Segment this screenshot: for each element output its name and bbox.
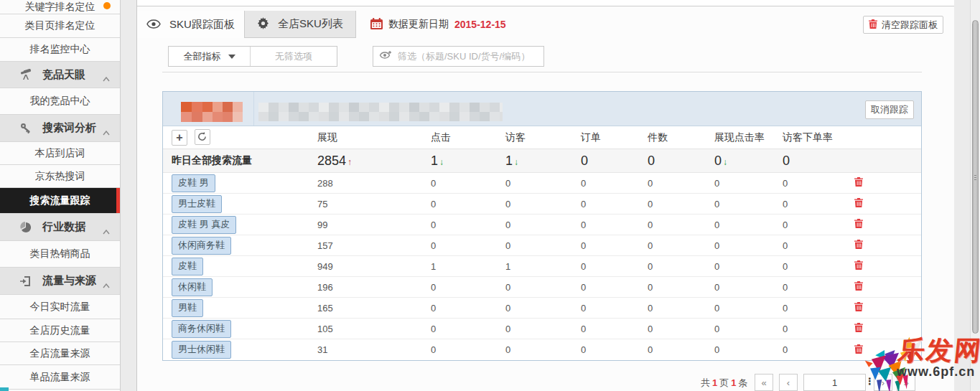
sidebar-item-category-rank[interactable]: 类目页排名定位	[0, 14, 120, 38]
sidebar-section-label: 搜索词分析	[42, 121, 96, 135]
sidebar-item-rank-monitor[interactable]: 排名监控中心	[0, 38, 120, 62]
tab-store-sku-list[interactable]: 全店SKU列表	[245, 11, 356, 38]
delete-keyword-icon[interactable]	[854, 177, 863, 187]
chevron-up-icon	[103, 225, 110, 237]
cell-clicks: 0	[431, 199, 505, 209]
last-page-button[interactable]: »	[897, 374, 915, 391]
sidebar-item-jd-hot-words[interactable]: 京东热搜词	[0, 165, 120, 188]
cell-ctr: 0	[714, 344, 783, 355]
keyword-tag[interactable]: 皮鞋 男	[172, 174, 215, 192]
summary-orders: 0	[581, 154, 588, 168]
sidebar-item-category-hot-products[interactable]: 类目热销商品	[0, 241, 120, 268]
sidebar-item-today-realtime-traffic[interactable]: 今日实时流量	[0, 295, 120, 319]
sidebar-section-search-words[interactable]: 搜索词分析	[0, 115, 120, 142]
cell-units: 0	[648, 178, 714, 189]
sidebar-item-my-competitors[interactable]: 我的竞品中心	[0, 88, 120, 115]
keyword-tag[interactable]: 皮鞋 男 真皮	[172, 216, 236, 234]
sku-filter-input[interactable]	[398, 51, 538, 62]
delete-keyword-icon[interactable]	[854, 219, 863, 228]
cell-clicks: 0	[431, 282, 505, 293]
sidebar-section-industry-data[interactable]: 行业数据	[0, 214, 120, 241]
cell-impressions: 99	[317, 220, 431, 230]
cell-units: 0	[648, 199, 714, 209]
sidebar-section-label: 竞品天眼	[42, 68, 85, 82]
caret-down-icon	[228, 55, 235, 59]
data-update-info: 数据更新日期 2015-12-15	[356, 11, 506, 38]
delete-keyword-icon[interactable]	[854, 260, 863, 270]
delete-keyword-icon[interactable]	[854, 302, 863, 311]
keyword-row: 男士休闲鞋 31 0 0 0 0 0 0	[163, 339, 921, 360]
summary-row: 昨日全部搜索流量 2854↑ 1↓ 1↓ 0 0 0↓ 0	[163, 149, 921, 173]
cell-ctr: 0	[714, 282, 783, 293]
page-number-input[interactable]	[803, 374, 866, 391]
sidebar-section-competitor[interactable]: 竞品天眼	[0, 62, 120, 88]
tab-sku-tracking-panel[interactable]: SKU跟踪面板	[137, 11, 245, 38]
scrollbar-thumb[interactable]	[972, 20, 979, 334]
column-header-visitors[interactable]: 访客	[505, 131, 581, 144]
keyword-tag[interactable]: 男鞋	[172, 299, 203, 317]
keyword-tag[interactable]: 男士休闲鞋	[172, 341, 231, 359]
first-page-button[interactable]: «	[755, 374, 773, 391]
next-page-button[interactable]: ›	[874, 374, 892, 391]
refresh-keywords-button[interactable]	[195, 129, 210, 145]
column-header-units[interactable]: 件数	[648, 131, 714, 144]
delete-keyword-icon[interactable]	[854, 198, 863, 207]
keyword-row: 男士皮鞋 75 0 0 0 0 0 0	[163, 194, 921, 215]
sidebar-item-store-history-traffic[interactable]: 全店历史流量	[0, 319, 120, 342]
prev-page-button[interactable]: ‹	[779, 374, 798, 391]
keyword-tag[interactable]: 商务休闲鞋	[172, 320, 231, 338]
cell-clicks: 0	[431, 178, 505, 189]
delete-keyword-icon[interactable]	[854, 281, 863, 291]
cell-impressions: 31	[317, 344, 431, 355]
filter-row: 全部指标 无筛选项	[168, 46, 544, 67]
delete-keyword-icon[interactable]	[854, 344, 863, 354]
sidebar-section-traffic-sources[interactable]: 流量与来源	[0, 268, 120, 295]
cell-visitors: 0	[505, 220, 581, 230]
delete-keyword-icon[interactable]	[854, 323, 863, 332]
cell-conversion: 0	[783, 324, 854, 334]
summary-units: 0	[648, 154, 655, 168]
delete-keyword-icon[interactable]	[854, 240, 863, 249]
key-icon	[19, 122, 33, 135]
keyword-row: 皮鞋 949 1 1 0 0 0 0	[163, 256, 921, 277]
no-filter-option[interactable]: 无筛选项	[251, 47, 337, 66]
cell-conversion: 0	[783, 344, 854, 355]
sidebar-item-store-words[interactable]: 本店到店词	[0, 142, 120, 165]
cell-orders: 0	[581, 324, 648, 334]
column-header-impressions[interactable]: 展现	[317, 131, 431, 144]
pagination-page-count: 1	[711, 377, 719, 388]
keyword-tag[interactable]: 休闲鞋	[172, 278, 213, 296]
tab-label: 全店SKU列表	[278, 17, 343, 31]
cell-visitors: 0	[505, 240, 581, 251]
sidebar-item-store-traffic-source[interactable]: 全店流量来源	[0, 342, 120, 365]
keyword-tag[interactable]: 休闲商务鞋	[172, 237, 231, 255]
metric-dropdown[interactable]: 全部指标	[169, 47, 251, 66]
cancel-tracking-button[interactable]: 取消跟踪	[865, 100, 914, 119]
cell-impressions: 165	[317, 303, 431, 314]
pagination: 共1页1条 « ‹ ⋮ › »	[137, 374, 954, 391]
column-header-ctr[interactable]: 展现点击率	[714, 131, 783, 144]
column-header-conversion[interactable]: 访客下单率	[783, 131, 854, 144]
sidebar-item-product-traffic-source[interactable]: 单品流量来源	[0, 365, 120, 390]
sidebar-item-search-traffic-tracking[interactable]: 搜索流量跟踪	[0, 188, 120, 214]
cell-orders: 0	[581, 303, 648, 314]
eye-plus-icon	[379, 50, 393, 63]
cell-ctr: 0	[714, 261, 783, 272]
sidebar-section-label: 流量与来源	[42, 274, 96, 288]
column-header-orders[interactable]: 订单	[581, 131, 648, 144]
vertical-scrollbar[interactable]	[970, 0, 980, 391]
add-keyword-button[interactable]: +	[172, 130, 187, 146]
clear-tracking-panel-button[interactable]: 清空跟踪面板	[863, 16, 943, 34]
keyword-tag[interactable]: 男士皮鞋	[172, 195, 222, 213]
notification-dot-icon	[103, 2, 111, 9]
update-date-label: 数据更新日期	[388, 18, 449, 31]
summary-visitors: 1	[505, 154, 513, 168]
keyword-tag[interactable]: 皮鞋	[172, 258, 203, 275]
section-divider	[162, 72, 922, 72]
sidebar-item-keyword-rank[interactable]: 关键字排名定位	[0, 0, 120, 14]
cell-ctr: 0	[714, 303, 783, 314]
sidebar-item-label: 今日实时流量	[30, 301, 90, 314]
column-header-clicks[interactable]: 点击	[431, 131, 505, 144]
cell-orders: 0	[581, 282, 648, 293]
summary-ctr: 0	[714, 154, 722, 168]
